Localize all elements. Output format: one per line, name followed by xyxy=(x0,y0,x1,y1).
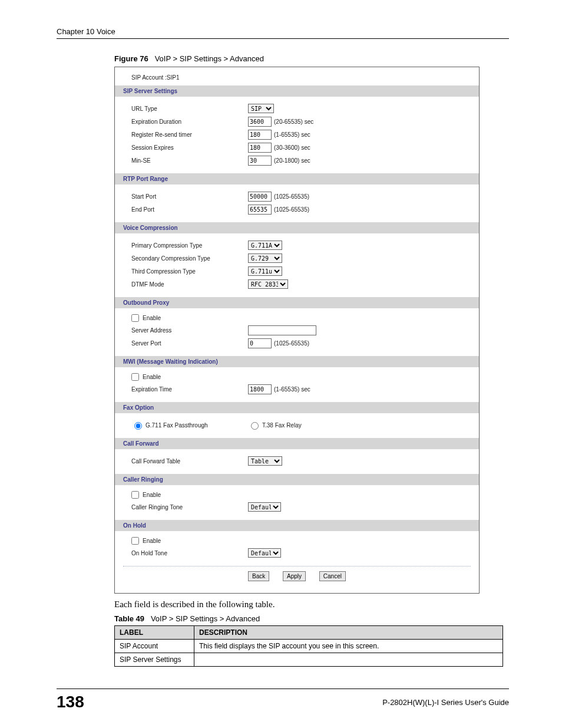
running-head: Chapter 10 Voice xyxy=(57,27,509,39)
url-type-label: URL Type xyxy=(131,106,248,112)
section-caller-ringing-title: Caller Ringing xyxy=(115,474,479,485)
third-comp-label: Third Compression Type xyxy=(131,268,248,275)
end-port-hint: (1025-65535) xyxy=(274,206,309,213)
fax-t38-radio[interactable] xyxy=(251,422,259,430)
table-caption: Table 49 VoIP > SIP Settings > Advanced xyxy=(114,614,509,623)
caller-ringing-enable-checkbox[interactable] xyxy=(131,491,139,499)
section-sip-server-title: SIP Server Settings xyxy=(115,85,479,97)
page-footer: 138 P-2802H(W)(L)-I Series User's Guide xyxy=(57,689,509,711)
minse-label: Min-SE xyxy=(131,157,248,164)
table-header-row: LABEL DESCRIPTION xyxy=(115,626,503,640)
page-number: 138 xyxy=(57,693,84,711)
table-path: VoIP > SIP Settings > Advanced xyxy=(151,614,260,623)
cell-label: SIP Account xyxy=(115,640,194,653)
caller-ringing-enable-label: Enable xyxy=(143,492,161,498)
reg-resend-input[interactable] xyxy=(248,130,272,140)
minse-hint: (20-1800) sec xyxy=(274,157,310,164)
divider xyxy=(123,566,471,566)
exp-dur-hint: (20-65535) sec xyxy=(274,118,313,125)
on-hold-tone-label: On Hold Tone xyxy=(131,550,248,556)
url-type-select[interactable]: SIP xyxy=(248,104,274,113)
fax-g711-label: G.711 Fax Passthrough xyxy=(146,422,208,429)
cell-label: SIP Server Settings xyxy=(115,653,194,667)
settings-panel: SIP Account :SIP1 SIP Server Settings UR… xyxy=(114,67,480,594)
figure-path: VoIP > SIP Settings > Advanced xyxy=(155,54,264,63)
dtmf-mode-label: DTMF Mode xyxy=(131,281,248,288)
body-paragraph: Each field is described in the following… xyxy=(114,599,509,610)
sess-exp-input[interactable] xyxy=(248,143,272,153)
reg-hint: (1-65535) sec xyxy=(274,131,310,138)
th-description: DESCRIPTION xyxy=(194,626,503,640)
section-mwi-title: MWI (Message Waiting Indication) xyxy=(115,356,479,367)
table-row: SIP Server Settings xyxy=(115,653,503,667)
cell-desc xyxy=(194,653,503,667)
section-outbound-title: Outbound Proxy xyxy=(115,297,479,308)
mwi-enable-label: Enable xyxy=(143,374,161,380)
th-label: LABEL xyxy=(115,626,194,640)
on-hold-tone-select[interactable]: Default xyxy=(248,548,281,558)
on-hold-enable-checkbox[interactable] xyxy=(131,537,139,545)
secondary-comp-label: Secondary Compression Type xyxy=(131,255,248,262)
dtmf-mode-select[interactable]: RFC 2833 xyxy=(248,279,288,289)
fax-t38-label: T.38 Fax Relay xyxy=(262,422,302,429)
reg-resend-label: Register Re-send timer xyxy=(131,131,248,138)
end-port-label: End Port xyxy=(131,206,248,213)
figure-caption: Figure 76 VoIP > SIP Settings > Advanced xyxy=(114,54,509,63)
caller-ringing-tone-label: Caller Ringing Tone xyxy=(131,504,248,510)
third-comp-select[interactable]: G.711u xyxy=(248,266,282,276)
figure-label: Figure 76 xyxy=(114,54,148,63)
outbound-port-hint: (1025-65535) xyxy=(274,340,309,347)
primary-comp-label: Primary Compression Type xyxy=(131,242,248,249)
section-on-hold-title: On Hold xyxy=(115,520,479,531)
start-port-hint: (1025-65535) xyxy=(274,193,309,200)
table-row: SIP Account This field displays the SIP … xyxy=(115,640,503,653)
cancel-button[interactable]: Cancel xyxy=(319,571,346,581)
sess-exp-label: Session Expires xyxy=(131,144,248,151)
mwi-exp-label: Expiration Time xyxy=(131,386,248,393)
description-table: LABEL DESCRIPTION SIP Account This field… xyxy=(114,625,503,667)
back-button[interactable]: Back xyxy=(248,571,269,581)
outbound-enable-checkbox[interactable] xyxy=(131,314,139,322)
outbound-enable-label: Enable xyxy=(143,315,161,321)
exp-dur-label: Expiration Duration xyxy=(131,118,248,125)
section-call-forward-title: Call Forward xyxy=(115,438,479,449)
section-fax-title: Fax Option xyxy=(115,402,479,413)
guide-title: P-2802H(W)(L)-I Series User's Guide xyxy=(382,698,509,707)
fax-g711-radio[interactable] xyxy=(134,422,142,430)
cell-desc: This field displays the SIP account you … xyxy=(194,640,503,653)
section-rtp-title: RTP Port Range xyxy=(115,173,479,185)
secondary-comp-select[interactable]: G.729 xyxy=(248,253,282,263)
caller-ringing-tone-select[interactable]: Default xyxy=(248,502,281,512)
mwi-exp-hint: (1-65535) sec xyxy=(274,386,310,393)
mwi-exp-input[interactable] xyxy=(248,384,272,394)
outbound-addr-input[interactable] xyxy=(248,325,316,335)
minse-input[interactable] xyxy=(248,156,272,166)
outbound-port-input[interactable] xyxy=(248,338,272,348)
table-label: Table 49 xyxy=(114,614,144,623)
section-voice-comp-title: Voice Compression xyxy=(115,222,479,233)
outbound-addr-label: Server Address xyxy=(131,327,248,334)
apply-button[interactable]: Apply xyxy=(283,571,306,581)
outbound-port-label: Server Port xyxy=(131,340,248,347)
mwi-enable-checkbox[interactable] xyxy=(131,373,139,381)
call-forward-select[interactable]: Table 1 xyxy=(248,456,282,466)
start-port-input[interactable] xyxy=(248,192,272,202)
call-forward-label: Call Forward Table xyxy=(131,458,248,465)
on-hold-enable-label: Enable xyxy=(143,538,161,544)
start-port-label: Start Port xyxy=(131,193,248,200)
end-port-input[interactable] xyxy=(248,205,272,215)
exp-dur-input[interactable] xyxy=(248,117,272,127)
sip-account-label: SIP Account :SIP1 xyxy=(115,67,479,85)
primary-comp-select[interactable]: G.711A xyxy=(248,241,282,250)
sess-hint: (30-3600) sec xyxy=(274,144,310,151)
